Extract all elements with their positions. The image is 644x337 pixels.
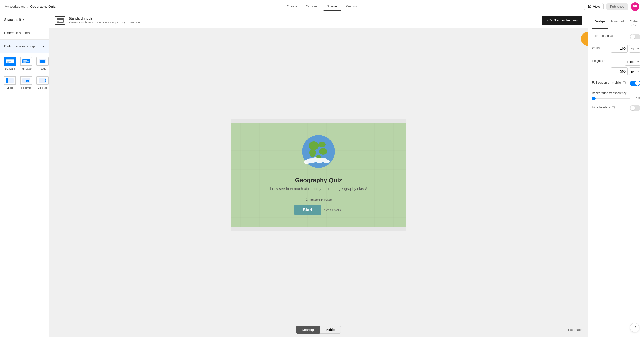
bg-transparency-label: Background transparency — [592, 91, 640, 95]
start-button[interactable]: Start — [294, 205, 321, 215]
mobile-button[interactable]: Mobile — [320, 326, 341, 334]
nav-tabs: Create Connect Share Results — [283, 2, 361, 10]
sidetab-label: Side tab — [38, 86, 47, 89]
height-px-row: px% — [592, 67, 640, 75]
svg-point-31 — [319, 148, 327, 155]
svg-point-37 — [304, 160, 310, 164]
standard-mode-icon — [56, 18, 64, 23]
breadcrumb-sep: / — [27, 5, 28, 8]
tab-embed-sdk[interactable]: Embed SDK — [627, 18, 642, 29]
fullscreen-toggle[interactable] — [630, 80, 640, 86]
turn-into-chat-row: Turn into a chat — [592, 34, 640, 39]
sidebar-share-link[interactable]: Share the link — [0, 13, 49, 26]
popover-label: Popover — [22, 86, 31, 89]
feedback-link[interactable]: Feedback — [568, 328, 582, 332]
fullscreen-help[interactable]: (?) — [622, 81, 626, 84]
embed-type-sidetab[interactable]: Side tab — [36, 74, 49, 91]
width-unit-select[interactable]: %px — [629, 44, 640, 52]
svg-point-28 — [309, 141, 319, 150]
height-label: Height (?) — [592, 59, 606, 62]
right-panel-tabs: Design Advanced Embed SDK — [592, 18, 640, 29]
embed-type-fullpage[interactable]: Full-page — [19, 55, 33, 72]
left-sidebar: Share the link Embed in an email Embed i… — [0, 13, 49, 337]
height-px-unit-select[interactable]: px% — [629, 67, 640, 75]
hide-headers-help[interactable]: (?) — [611, 105, 615, 109]
svg-rect-3 — [6, 62, 9, 62]
sidetab-icon-wrap — [36, 76, 48, 85]
svg-rect-2 — [6, 61, 11, 62]
embed-type-standard[interactable]: Standard — [3, 55, 17, 72]
height-help[interactable]: (?) — [602, 59, 606, 62]
embed-type-popover[interactable]: Popover — [19, 74, 33, 91]
height-fixed-select[interactable]: FixedAuto — [625, 58, 640, 66]
fullscreen-toggle-knob — [635, 81, 640, 86]
main-layout: Share the link Embed in an email Embed i… — [0, 13, 644, 337]
desktop-button[interactable]: Desktop — [296, 326, 320, 334]
svg-rect-25 — [57, 20, 60, 21]
chevron-down-icon: ▾ — [43, 44, 44, 48]
slider-icon-wrap — [4, 76, 16, 85]
press-enter-hint: press Enter ↵ — [324, 208, 342, 212]
tab-design[interactable]: Design — [592, 18, 608, 29]
breadcrumb: My workspace / Geography Quiz — [5, 5, 55, 8]
svg-rect-24 — [57, 18, 63, 20]
width-unit-select-wrap: %px — [629, 44, 640, 52]
slider-label: Slider — [6, 86, 13, 89]
preview-container: Geography Quiz Let's see how much attent… — [231, 119, 406, 231]
quiz-meta: ⏱ Takes 5 minutes — [306, 198, 332, 201]
transparency-thumb[interactable] — [592, 97, 596, 100]
preview-form: Geography Quiz Let's see how much attent… — [231, 123, 406, 227]
globe-icon — [300, 133, 337, 170]
tab-advanced[interactable]: Advanced — [608, 18, 627, 29]
height-px-input[interactable] — [611, 67, 628, 75]
height-fixed-select-wrap: FixedAuto — [625, 58, 640, 66]
width-input[interactable] — [611, 44, 628, 52]
tab-results[interactable]: Results — [342, 2, 361, 10]
standard-icon — [6, 59, 14, 64]
svg-point-30 — [310, 148, 316, 157]
height-px-unit-wrap: px% — [629, 67, 640, 75]
slider-icon — [6, 78, 14, 83]
tab-share[interactable]: Share — [324, 2, 341, 10]
avatar[interactable]: PB — [631, 2, 639, 11]
help-button[interactable]: ? — [630, 323, 639, 332]
published-button[interactable]: Published — [606, 3, 628, 10]
preview-bottom-bar — [231, 227, 406, 231]
svg-point-38 — [324, 160, 330, 163]
toggle-knob — [630, 34, 635, 39]
fullscreen-mobile-row: Full-screen on mobile (?) — [592, 80, 640, 86]
svg-rect-10 — [41, 61, 43, 61]
popover-icon — [22, 78, 30, 83]
external-link-icon — [588, 5, 592, 8]
start-embedding-button[interactable]: </> Start embedding — [542, 16, 582, 25]
clock-icon: ⏱ — [306, 198, 308, 201]
svg-rect-15 — [6, 80, 8, 81]
turn-into-chat-toggle[interactable] — [630, 34, 640, 39]
sidebar-embed-email[interactable]: Embed in an email — [0, 26, 49, 40]
svg-rect-19 — [26, 81, 28, 82]
sidebar-embed-web[interactable]: Embed in a web page ▾ — [0, 40, 49, 53]
embed-type-grid: Standard Full-page — [0, 53, 49, 95]
fullscreen-label: Full-screen on mobile (?) — [592, 81, 626, 84]
hide-headers-label: Hide headers (?) — [592, 105, 615, 109]
svg-rect-6 — [23, 61, 29, 62]
height-row: Height (?) FixedAuto px% — [592, 58, 640, 75]
tab-connect[interactable]: Connect — [302, 2, 323, 10]
svg-rect-5 — [23, 60, 27, 61]
right-sidebar: Design Advanced Embed SDK Turn into a ch… — [588, 13, 644, 337]
width-row: Width %px — [592, 44, 640, 52]
mode-bar: Standard mode Present your typeform seam… — [49, 13, 588, 28]
hide-headers-toggle[interactable] — [630, 105, 640, 111]
svg-rect-7 — [23, 62, 26, 62]
quiz-title: Geography Quiz — [295, 177, 342, 184]
workspace-link[interactable]: My workspace — [5, 5, 26, 8]
preview-wrapper: Geography Quiz Let's see how much attent… — [49, 28, 588, 323]
embed-type-slider[interactable]: Slider — [3, 74, 17, 91]
embed-type-popup[interactable]: Popup — [36, 55, 49, 72]
transparency-track — [592, 98, 630, 99]
hide-headers-row: Hide headers (?) — [592, 105, 640, 111]
popup-icon-wrap — [36, 57, 48, 66]
sidetab-icon — [38, 78, 47, 83]
view-button[interactable]: View — [584, 3, 603, 10]
tab-create[interactable]: Create — [283, 2, 301, 10]
